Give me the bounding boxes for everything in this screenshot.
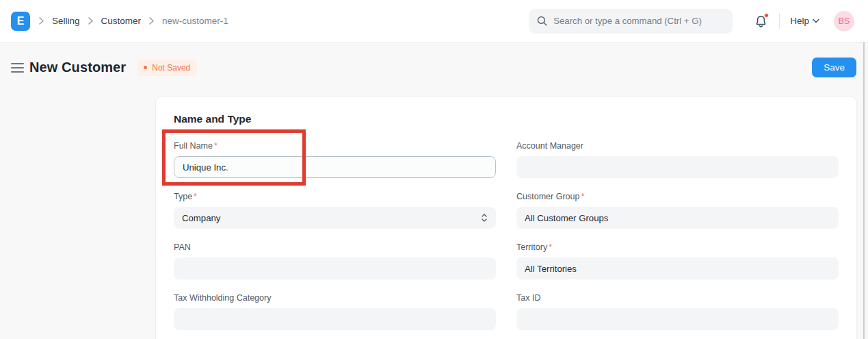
field-tax-id: Tax ID: [516, 293, 839, 330]
notification-dot: [764, 13, 769, 18]
breadcrumb-new-customer: new-customer-1: [162, 16, 228, 26]
full-name-label: Full Name: [174, 141, 213, 151]
breadcrumb: Selling Customer new-customer-1: [39, 16, 228, 26]
field-account-manager: Account Manager: [516, 141, 839, 178]
type-label: Type: [174, 192, 192, 201]
sidebar-toggle-icon[interactable]: [11, 62, 24, 74]
global-search[interactable]: [529, 9, 733, 34]
top-navbar: E Selling Customer new-customer-1 Help: [0, 0, 868, 42]
erpnext-logo-icon[interactable]: E: [11, 12, 30, 31]
territory-input[interactable]: [516, 258, 839, 279]
customer-group-input[interactable]: [516, 207, 839, 229]
search-icon: [537, 16, 547, 26]
breadcrumb-selling[interactable]: Selling: [52, 16, 80, 26]
customer-group-label: Customer Group: [516, 192, 579, 201]
form-card: Name and Type Full Name* Account Manager…: [155, 96, 857, 339]
help-menu[interactable]: Help: [790, 16, 819, 26]
avatar-initials: BS: [839, 16, 850, 26]
territory-label: Territory: [516, 242, 547, 252]
pan-label: PAN: [174, 242, 191, 252]
help-label: Help: [790, 16, 809, 26]
fields-grid: Full Name* Account Manager Type* Company: [174, 141, 839, 330]
tax-id-input[interactable]: [516, 308, 839, 330]
required-asterisk: *: [549, 242, 552, 252]
save-button[interactable]: Save: [812, 58, 856, 77]
field-tax-withholding-category: Tax Withholding Category: [174, 293, 496, 330]
tax-id-label: Tax ID: [516, 293, 540, 303]
required-asterisk: *: [581, 192, 584, 201]
chevron-down-icon: [813, 18, 819, 23]
chevron-right-icon: [39, 17, 44, 25]
vertical-scrollbar[interactable]: [863, 42, 865, 339]
user-avatar[interactable]: BS: [834, 11, 854, 32]
full-name-input[interactable]: [174, 156, 496, 178]
logo-letter: E: [17, 15, 25, 27]
page-header: New Customer Not Saved Save: [11, 57, 856, 78]
account-manager-label: Account Manager: [516, 141, 583, 151]
chevron-right-icon: [88, 17, 93, 25]
type-select[interactable]: Company: [174, 207, 496, 229]
page-title: New Customer: [29, 60, 126, 75]
required-asterisk: *: [194, 192, 197, 201]
pan-input[interactable]: [174, 258, 496, 279]
navbar-divider: [779, 13, 780, 29]
select-caret-icon: [481, 213, 488, 223]
tax-withholding-category-input[interactable]: [174, 308, 496, 330]
field-type: Type* Company: [174, 192, 496, 229]
notifications-button[interactable]: [754, 14, 767, 28]
search-input[interactable]: [553, 16, 724, 26]
section-title: Name and Type: [174, 113, 839, 125]
chevron-right-icon: [149, 17, 154, 25]
field-full-name: Full Name*: [174, 141, 496, 178]
status-badge-label: Not Saved: [152, 63, 190, 73]
required-asterisk: *: [214, 141, 218, 151]
status-badge: Not Saved: [137, 60, 197, 76]
breadcrumb-customer[interactable]: Customer: [101, 16, 142, 26]
field-pan: PAN: [174, 242, 496, 279]
tax-withholding-category-label: Tax Withholding Category: [174, 293, 271, 303]
field-territory: Territory*: [516, 242, 839, 279]
status-dot-icon: [144, 66, 147, 69]
field-customer-group: Customer Group*: [516, 192, 839, 229]
type-select-value: Company: [182, 213, 220, 223]
account-manager-input[interactable]: [516, 156, 839, 178]
